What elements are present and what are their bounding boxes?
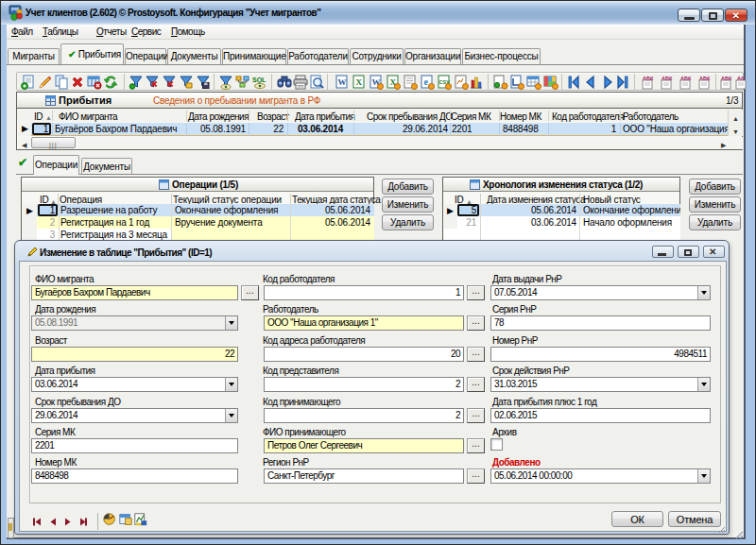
svg-text:АБК: АБК xyxy=(721,76,732,81)
svg-text:SQL: SQL xyxy=(252,77,266,84)
svg-text:АБК: АБК xyxy=(699,76,711,81)
svg-text:АБК: АБК xyxy=(643,76,654,81)
svg-text:X: X xyxy=(355,77,362,87)
svg-text:e: e xyxy=(424,77,429,87)
svg-text:W: W xyxy=(337,77,346,87)
svg-text:Аб: Аб xyxy=(737,76,745,81)
svg-text:АБК: АБК xyxy=(662,76,673,81)
svg-text:АБК: АБК xyxy=(680,76,692,81)
